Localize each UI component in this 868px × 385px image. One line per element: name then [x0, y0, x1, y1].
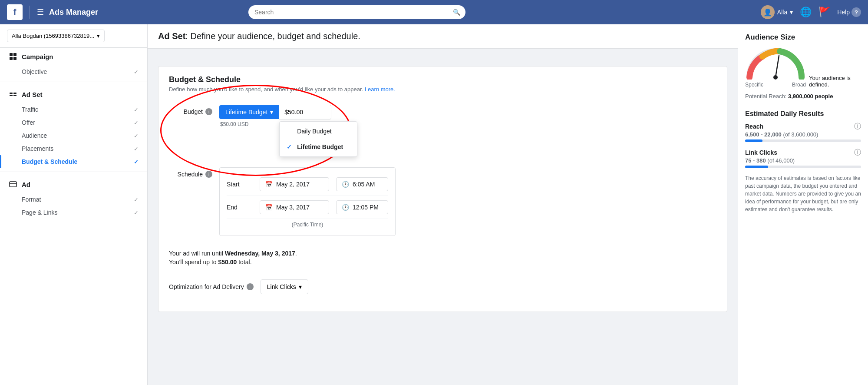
gauge-wrapper: Specific Broad: [745, 47, 806, 88]
budget-type-label: Lifetime Budget: [225, 109, 267, 116]
user-dropdown-icon: ▾: [790, 9, 793, 16]
audience-label: Audience: [22, 132, 47, 139]
content-area: Budget & Schedule Define how much you'd …: [148, 49, 738, 328]
link-clicks-metric-name: Link Clicks: [745, 149, 777, 156]
sidebar-item-audience[interactable]: Audience ✓: [0, 129, 147, 142]
budget-type-dropdown[interactable]: Lifetime Budget ▾: [219, 105, 279, 119]
offer-check: ✓: [134, 119, 139, 126]
lifetime-budget-option[interactable]: ✓ Lifetime Budget: [280, 139, 357, 155]
globe-icon[interactable]: 🌐: [800, 7, 812, 18]
calendar-icon-end: 📅: [265, 204, 273, 211]
reach-bar-bg: [745, 139, 861, 142]
sidebar-item-budget-schedule[interactable]: Budget & Schedule ✓: [0, 155, 147, 168]
sidebar-divider-1: [0, 82, 147, 82]
svg-rect-7: [13, 95, 17, 96]
svg-rect-2: [10, 57, 13, 60]
link-clicks-metric: Link Clicks ⓘ 75 - 380 (of 46,000): [745, 148, 861, 168]
daily-budget-option[interactable]: Daily Budget: [280, 123, 357, 139]
start-label: Start: [227, 181, 253, 188]
ad-icon: [9, 180, 17, 189]
page-header: Ad Set: Define your audience, budget and…: [148, 24, 738, 49]
optimization-arrow: ▾: [299, 283, 302, 290]
reach-info-icon[interactable]: ⓘ: [854, 122, 861, 131]
app-title: Ads Manager: [49, 8, 98, 17]
est-daily-title: Estimated Daily Results: [745, 110, 861, 118]
sidebar-item-placements[interactable]: Placements ✓: [0, 142, 147, 155]
flag-icon[interactable]: 🚩: [818, 7, 830, 18]
end-date-row: End 📅 May 3, 2017 🕐 12:05 PM: [227, 196, 388, 219]
card-subtitle: Define how much you'd like to spend, and…: [169, 86, 716, 93]
sidebar-item-objective[interactable]: Objective ✓: [0, 65, 147, 78]
dropdown-container: Daily Budget ✓ Lifetime Budget: [279, 105, 331, 119]
budget-check: ✓: [134, 159, 139, 165]
reach-range: 6,500 - 22,000 (of 3,600,000): [745, 131, 861, 138]
hamburger-menu-icon[interactable]: ☰: [37, 7, 44, 17]
account-name: Alla Bogdan (15693386732819...: [12, 33, 94, 39]
help-button[interactable]: Help ?: [837, 7, 861, 17]
lifetime-check: ✓: [287, 143, 294, 150]
est-disclaimer: The accuracy of estimates is based on fa…: [745, 174, 861, 213]
optimization-label: Optimization for Ad Delivery i: [169, 283, 254, 290]
budget-amount-input[interactable]: [279, 105, 331, 119]
estimated-results-section: Estimated Daily Results Reach ⓘ 6,500 - …: [745, 110, 861, 213]
clock-icon-end: 🕐: [342, 204, 349, 211]
budget-info-icon[interactable]: i: [205, 108, 212, 115]
timezone-note: (Pacific Time): [227, 219, 388, 230]
budget-schedule-card: Budget & Schedule Define how much you'd …: [158, 66, 727, 312]
link-clicks-bar-fill: [745, 166, 768, 168]
svg-rect-1: [13, 53, 17, 56]
start-date-picker[interactable]: 📅 May 2, 2017: [260, 177, 329, 191]
sidebar-item-format[interactable]: Format ✓: [0, 193, 147, 206]
sidebar: Alla Bogdan (15693386732819... ▾ Campaig…: [0, 24, 148, 385]
budget-controls: Lifetime Budget ▾ Daily Budge: [219, 105, 331, 127]
optimization-dropdown-button[interactable]: Link Clicks ▾: [261, 279, 308, 294]
placements-check: ✓: [134, 146, 139, 152]
start-date-row: Start 📅 May 2, 2017 🕐 6:05 AM: [227, 173, 388, 196]
avatar: 👤: [761, 5, 775, 19]
sidebar-item-adset[interactable]: Ad Set: [0, 86, 147, 103]
svg-rect-3: [13, 57, 17, 60]
start-time-value: 6:05 AM: [353, 181, 375, 188]
campaign-icon: [9, 52, 17, 61]
audience-defined-text: Your audience is defined.: [809, 75, 861, 88]
budget-form-label: Budget i: [169, 105, 212, 115]
broad-label: Broad: [792, 82, 806, 88]
search-icon: 🔍: [453, 9, 460, 16]
potential-reach-text: Potential Reach: 3,900,000 people: [745, 93, 861, 100]
learn-more-link[interactable]: Learn more.: [365, 86, 395, 93]
format-label: Format: [22, 196, 41, 203]
placements-label: Placements: [22, 145, 53, 152]
ad-label: Ad: [22, 181, 30, 188]
adset-icon: [9, 90, 17, 99]
optimization-info-icon[interactable]: i: [247, 283, 254, 290]
account-dropdown-button[interactable]: Alla Bogdan (15693386732819... ▾: [7, 30, 105, 42]
help-circle-icon: ?: [851, 7, 861, 17]
page-links-label: Page & Links: [22, 209, 58, 216]
start-time-picker[interactable]: 🕐 6:05 AM: [336, 177, 388, 191]
objective-check: ✓: [134, 69, 139, 75]
card-header: Budget & Schedule Define how much you'd …: [158, 66, 727, 98]
link-clicks-info-icon[interactable]: ⓘ: [854, 148, 861, 157]
end-time-value: 12:05 PM: [353, 204, 379, 211]
sidebar-item-traffic[interactable]: Traffic ✓: [0, 103, 147, 116]
budget-dropdown-menu: Daily Budget ✓ Lifetime Budget: [279, 121, 357, 157]
schedule-info-icon[interactable]: i: [205, 171, 212, 178]
end-time-picker[interactable]: 🕐 12:05 PM: [336, 200, 388, 214]
end-date-picker[interactable]: 📅 May 3, 2017: [260, 200, 329, 214]
audience-gauge: [745, 47, 806, 80]
campaign-label: Campaign: [22, 53, 53, 60]
sidebar-item-campaign[interactable]: Campaign: [0, 48, 147, 65]
svg-rect-0: [10, 53, 13, 56]
calendar-icon: 📅: [265, 181, 273, 188]
page-layout: Alla Bogdan (15693386732819... ▾ Campaig…: [0, 24, 868, 385]
sidebar-ad-section: Ad Format ✓ Page & Links ✓: [0, 176, 147, 219]
nav-divider: [30, 6, 30, 19]
help-label: Help: [837, 9, 850, 16]
search-input[interactable]: [248, 5, 465, 19]
sidebar-divider-2: [0, 172, 147, 172]
user-menu[interactable]: 👤 Alla ▾: [761, 5, 793, 19]
sidebar-item-page-links[interactable]: Page & Links ✓: [0, 206, 147, 219]
sidebar-item-offer[interactable]: Offer ✓: [0, 116, 147, 129]
objective-label: Objective: [22, 68, 47, 75]
sidebar-item-ad[interactable]: Ad: [0, 176, 147, 193]
